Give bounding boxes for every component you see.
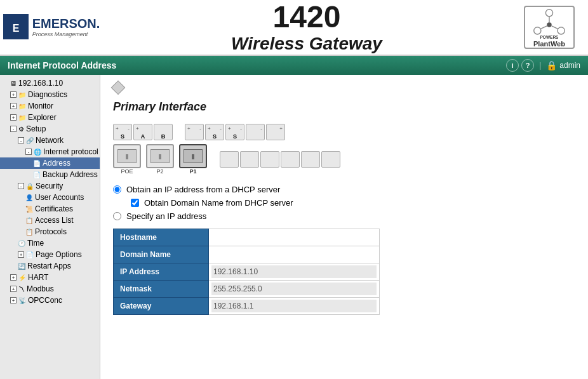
port-small-3: B	[154, 124, 173, 140]
port-small-7: -	[246, 124, 265, 140]
p2-label: P2	[156, 168, 163, 175]
plantweb-logo: POWERS PlantWeb	[521, 5, 578, 50]
sidebar-item-access-list[interactable]: 📋 Access List	[0, 215, 100, 226]
sidebar: 🖥 192.168.1.10 + 📁 Diagnostics + 📁 Monit…	[0, 75, 100, 379]
plantweb-label: PlantWeb	[533, 40, 565, 48]
sidebar-item-ip[interactable]: 🖥 192.168.1.10	[0, 77, 100, 89]
sidebar-item-protocols[interactable]: 📋 Protocols	[0, 226, 100, 237]
sidebar-item-address[interactable]: 📄 Address	[0, 157, 100, 169]
svg-point-5	[547, 22, 551, 27]
sidebar-item-security[interactable]: - 🔒 Security	[0, 180, 100, 192]
sidebar-access-label: Access List	[35, 216, 74, 225]
gateway-row: Gateway	[114, 298, 380, 315]
gateway-label: Gateway	[114, 298, 209, 315]
expand-opc[interactable]: +	[10, 297, 17, 303]
sidebar-item-restart-apps[interactable]: 🔄 Restart Apps	[0, 260, 100, 272]
sidebar-accounts-label: User Accounts	[35, 193, 84, 202]
doc-icon: 📄	[33, 160, 41, 167]
dhcp-radio-label: Obtain an IP address from a DHCP server	[126, 185, 280, 194]
lock-icon: 🔒	[546, 60, 557, 70]
sidebar-item-monitor[interactable]: + 📁 Monitor	[0, 100, 100, 112]
p1-port-group: P1	[179, 144, 207, 175]
p1-port[interactable]	[179, 144, 207, 168]
gear-icon: ⚙	[18, 126, 24, 133]
domain-label: Domain Name	[114, 246, 209, 263]
header-title-block: 1420 Wireless Gateway	[93, 1, 521, 55]
sidebar-setup-label: Setup	[26, 124, 46, 133]
folder-icon-monitor: 📁	[18, 103, 26, 110]
port-small-8: +	[266, 124, 285, 140]
dhcp-radio[interactable]	[113, 185, 121, 194]
sidebar-item-certificates[interactable]: 📜 Certificates	[0, 203, 100, 215]
port-small-6: + - S	[225, 124, 244, 140]
help-icon[interactable]: ?	[521, 59, 534, 72]
port-r3	[260, 151, 279, 168]
doc-icon-backup: 📄	[33, 171, 41, 178]
network-icon: 🔗	[26, 137, 34, 144]
sidebar-item-network[interactable]: - 🔗 Network	[0, 135, 100, 146]
static-radio[interactable]	[113, 212, 121, 220]
expand-network[interactable]: -	[18, 137, 24, 143]
svg-line-7	[540, 26, 547, 29]
sidebar-item-modbus[interactable]: + 〽 Modbus	[0, 283, 100, 295]
ip-value	[209, 263, 380, 281]
main-layout: 🖥 192.168.1.10 + 📁 Diagnostics + 📁 Monit…	[0, 75, 588, 379]
sidebar-item-internet-protocol[interactable]: - 🌐 Internet protocol	[0, 146, 100, 157]
modbus-icon: 〽	[18, 286, 25, 293]
domain-value[interactable]	[209, 246, 380, 263]
expand-diagnostics[interactable]: +	[10, 91, 17, 98]
p1-label: P1	[189, 168, 196, 175]
sidebar-item-page-options[interactable]: + 📄 Page Options	[0, 249, 100, 260]
sidebar-item-backup-address[interactable]: 📄 Backup Address	[0, 169, 100, 180]
dhcp-domain-option: Obtain Domain Name from DHCP server	[131, 198, 575, 208]
expand-explorer[interactable]: +	[10, 114, 17, 121]
header: E EMERSON. Process Management 1420 Wirel…	[0, 0, 588, 56]
domain-input[interactable]	[211, 248, 377, 261]
sidebar-restart-label: Restart Apps	[27, 262, 71, 270]
port-r6	[321, 151, 340, 168]
sidebar-item-diagnostics[interactable]: + 📁 Diagnostics	[0, 89, 100, 100]
form-table: Hostname Domain Name IP Address Netmask …	[113, 229, 380, 315]
netmask-input	[211, 283, 377, 295]
expand-security[interactable]: -	[18, 183, 24, 189]
sidebar-item-hart[interactable]: + ⚡ HART	[0, 272, 100, 283]
sidebar-item-opc[interactable]: + 📡 OPCConc	[0, 295, 100, 306]
expand-ip[interactable]: -	[25, 149, 32, 155]
sidebar-protocols-label: Protocols	[35, 227, 67, 236]
dhcp-domain-checkbox[interactable]	[131, 199, 139, 207]
p2-port-group: P2	[146, 144, 174, 175]
folder-icon-explorer: 📁	[18, 114, 26, 121]
expand-hart[interactable]: +	[10, 274, 17, 281]
port-small-4: + -	[185, 124, 204, 140]
sidebar-item-user-accounts[interactable]: 👤 User Accounts	[0, 192, 100, 203]
time-icon: 🕐	[18, 240, 25, 247]
hostname-input[interactable]	[211, 231, 377, 244]
svg-point-2	[545, 10, 552, 17]
section-title: Primary Interface	[113, 100, 575, 114]
sidebar-item-time[interactable]: 🕐 Time	[0, 237, 100, 249]
sidebar-item-setup[interactable]: - ⚙ Setup	[0, 123, 100, 135]
computer-icon: 🖥	[10, 80, 17, 87]
port-r5	[301, 151, 320, 168]
ip-label: IP Address	[114, 263, 209, 281]
hostname-value[interactable]	[209, 229, 380, 246]
hart-icon: ⚡	[18, 274, 26, 281]
port-diagram-bottom: POE P2	[113, 144, 575, 175]
sidebar-item-explorer[interactable]: + 📁 Explorer	[0, 112, 100, 123]
netmask-label: Netmask	[114, 281, 209, 298]
sidebar-hart-label: HART	[28, 273, 48, 282]
poe-port-group: POE	[113, 144, 141, 175]
expand-setup[interactable]: -	[10, 126, 17, 132]
expand-monitor[interactable]: +	[10, 103, 17, 109]
toolbar-divider: |	[539, 61, 541, 70]
p2-port	[146, 144, 174, 168]
expand-modbus[interactable]: +	[10, 286, 17, 292]
info-icon[interactable]: i	[506, 59, 519, 72]
netmask-value	[209, 281, 380, 298]
expand-page-options[interactable]: +	[18, 251, 24, 258]
protocol-icon: 📋	[25, 229, 33, 236]
nav-arrow[interactable]	[111, 81, 126, 95]
content-area: Primary Interface + - S + A	[100, 75, 588, 379]
netmask-row: Netmask	[114, 281, 380, 298]
toolbar: Internet Protocol Address i ? | 🔒 admin	[0, 56, 588, 75]
